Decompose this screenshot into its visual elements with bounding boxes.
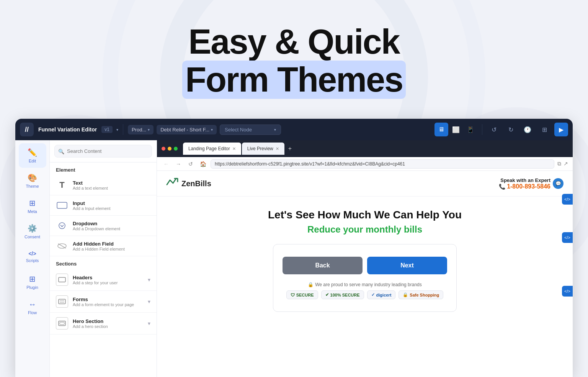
- publish-button[interactable]: ▶: [554, 123, 568, 136]
- grid-button[interactable]: ⊞: [537, 123, 551, 136]
- sidebar-item-plugin[interactable]: ⊞ Plugin: [19, 270, 46, 294]
- hero-section-title: Hero Section: [73, 318, 108, 324]
- toolbar-version[interactable]: v1: [101, 126, 113, 133]
- forms-subtitle: Add a form element to your page: [73, 302, 134, 307]
- zenbills-logo-text: ZenBills: [181, 179, 211, 188]
- sidebar-item-meta[interactable]: ⊞ Meta: [19, 194, 46, 218]
- prod-dropdown-label: Prod...: [132, 127, 146, 133]
- hero-section-subtitle: Add a hero section: [73, 324, 108, 329]
- sections-title: Sections: [50, 256, 157, 269]
- tab-live-preview[interactable]: Live Preview ✕: [242, 143, 284, 155]
- meta-icon: ⊞: [29, 198, 36, 208]
- funnel-dropdown-arrow: ▾: [211, 128, 213, 132]
- dot-red: [162, 147, 165, 151]
- preview-area: Landing Page Editor ✕ Live Preview ✕ + ←…: [157, 140, 573, 377]
- zenbills-logo-icon: [166, 177, 178, 190]
- mobile-icon[interactable]: 📱: [464, 123, 477, 136]
- search-icon: 🔍: [58, 148, 64, 154]
- tab-add-button[interactable]: +: [285, 145, 295, 152]
- hero-section-icon: [56, 317, 68, 329]
- desktop-icon[interactable]: 🖥: [434, 123, 448, 136]
- site-header: ZenBills Speak with an Expert 📞 1-800-89…: [157, 171, 573, 197]
- main-headline: Let's See How Much We Can Help You: [166, 209, 564, 221]
- app-container: // Funnel Variation Editor v1 ▾ Prod... …: [15, 119, 573, 377]
- trust-section: 🔒 We are proud to serve many industry le…: [283, 282, 447, 299]
- select-node-button[interactable]: Select Node ▾: [220, 125, 281, 135]
- select-node-arrow: ▾: [274, 128, 276, 132]
- svg-rect-4: [57, 202, 67, 208]
- undo-button[interactable]: ↺: [487, 123, 501, 136]
- safe-shopping-label: Safe Shopping: [410, 293, 439, 297]
- main-subheadline: Reduce your monthly bills: [166, 224, 564, 235]
- digicert-icon: ✓: [371, 292, 375, 297]
- sidebar-item-theme[interactable]: 🎨 Theme: [19, 169, 46, 193]
- svg-rect-9: [59, 299, 65, 304]
- dropdown-element-info: Dropdown Add a Dropdown element: [73, 221, 120, 231]
- element-hidden[interactable]: Add Hidden Field Add a Hidden Field elem…: [50, 236, 157, 256]
- consent-label: Consent: [24, 234, 40, 239]
- edit-icon: ✏️: [28, 148, 37, 157]
- element-text[interactable]: T Text Add a text element: [50, 175, 157, 195]
- nav-forward[interactable]: →: [174, 159, 183, 169]
- forms-icon: [56, 295, 68, 308]
- 100-secure-icon: ✔: [325, 292, 329, 297]
- sidebar-item-consent[interactable]: ⚙️ Consent: [19, 219, 46, 244]
- nav-home[interactable]: 🏠: [198, 159, 207, 169]
- hero-section-info: Hero Section Add a hero section: [73, 318, 108, 329]
- address-bar: ← → ↺ 🏠 ⧉ ↗: [157, 157, 573, 171]
- dot-yellow: [168, 147, 172, 151]
- hidden-icon: [56, 240, 68, 252]
- tab-landing-editor[interactable]: Landing Page Editor ✕: [183, 143, 241, 155]
- consent-icon: ⚙️: [28, 224, 37, 233]
- code-btn-3[interactable]: </>: [562, 286, 573, 297]
- funnel-dropdown[interactable]: Debt Relief - Short F... ▾: [157, 125, 217, 134]
- search-wrap: 🔍: [54, 145, 152, 157]
- svg-rect-13: [60, 322, 64, 325]
- redo-button[interactable]: ↻: [504, 123, 518, 136]
- svg-rect-8: [59, 277, 65, 282]
- forms-arrow: ▾: [148, 298, 150, 305]
- headers-subtitle: Add a step for your user: [73, 280, 118, 285]
- next-button[interactable]: Next: [367, 257, 447, 274]
- history-button[interactable]: 🕐: [521, 123, 534, 136]
- url-bar[interactable]: [211, 159, 554, 169]
- digicert-label: digicert: [376, 293, 392, 297]
- 100-secure-label: 100% SECURE: [330, 293, 360, 297]
- code-btn-2[interactable]: </>: [562, 232, 573, 243]
- prod-dropdown[interactable]: Prod... ▾: [128, 125, 154, 134]
- headers-icon: [56, 274, 68, 286]
- external-icon[interactable]: ↗: [564, 161, 568, 167]
- search-bar: 🔍: [50, 140, 157, 162]
- sidebar-item-edit[interactable]: ✏️ Edit: [19, 143, 46, 168]
- nav-back[interactable]: ←: [162, 159, 171, 169]
- copy-icon[interactable]: ⧉: [557, 161, 561, 167]
- tab-live-close[interactable]: ✕: [276, 146, 279, 151]
- nav-refresh[interactable]: ↺: [186, 159, 195, 169]
- back-button[interactable]: Back: [283, 257, 363, 274]
- badge-secure: 🛡 SECURE: [286, 290, 318, 299]
- tab-live-label: Live Preview: [247, 146, 273, 151]
- toolbar-title: Funnel Variation Editor: [38, 126, 97, 133]
- section-hero[interactable]: Hero Section Add a hero section ▾: [50, 313, 157, 334]
- elements-section-title: Element: [50, 162, 157, 175]
- version-arrow[interactable]: ▾: [116, 128, 118, 132]
- text-element-info: Text Add a text element: [73, 180, 108, 190]
- sidebar-item-scripts[interactable]: </> Scripts: [19, 244, 46, 269]
- select-node-label: Select Node: [225, 127, 252, 133]
- element-input[interactable]: Input Add a Input element: [50, 195, 157, 216]
- section-forms[interactable]: Forms Add a form element to your page ▾: [50, 291, 157, 313]
- section-headers[interactable]: Headers Add a step for your user ▾: [50, 269, 157, 291]
- input-icon: [56, 199, 68, 211]
- prod-dropdown-arrow: ▾: [148, 128, 150, 132]
- search-input[interactable]: [54, 145, 152, 157]
- element-dropdown[interactable]: Dropdown Add a Dropdown element: [50, 216, 157, 236]
- tablet-icon[interactable]: ⬜: [449, 123, 463, 136]
- preview-main: Let's See How Much We Can Help You Reduc…: [157, 197, 573, 324]
- headers-arrow: ▾: [148, 277, 150, 283]
- chat-icon[interactable]: 💬: [553, 178, 564, 189]
- code-btn-1[interactable]: </>: [562, 194, 573, 205]
- tab-landing-close[interactable]: ✕: [232, 146, 236, 151]
- preview-content: </> </> </> ZenBills: [157, 171, 573, 377]
- input-element-title: Input: [73, 200, 110, 206]
- sidebar-item-flow[interactable]: ↔️ Flow: [19, 295, 46, 320]
